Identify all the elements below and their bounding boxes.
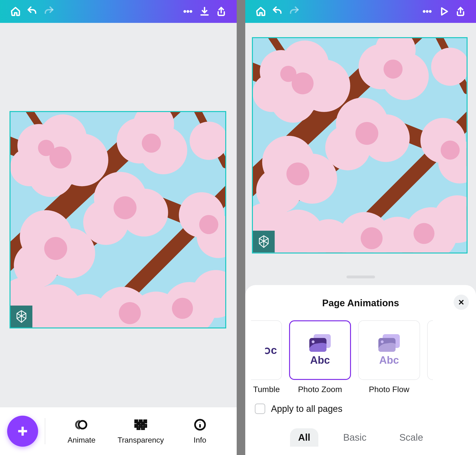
animations-sheet: Page Animations ɔc Tumble xyxy=(245,285,476,455)
svg-point-79 xyxy=(280,66,296,82)
svg-rect-46 xyxy=(142,427,144,429)
undo-button[interactable] xyxy=(24,3,40,20)
animation-tumble[interactable]: ɔc Tumble xyxy=(251,320,282,394)
svg-point-51 xyxy=(427,11,428,12)
animation-options[interactable]: ɔc Tumble Abc Photo Zoom xyxy=(245,314,476,394)
svg-point-32 xyxy=(44,237,67,260)
tab-basic[interactable]: Basic xyxy=(335,428,374,447)
info-tool[interactable]: Info xyxy=(170,418,230,445)
animation-label: Photo Flow xyxy=(369,385,409,394)
tab-scale[interactable]: Scale xyxy=(391,428,431,447)
bottom-toolbar: Animate Transparency Info xyxy=(0,407,237,455)
more-button[interactable] xyxy=(419,3,436,20)
animation-label: Tumble xyxy=(253,385,280,394)
photo-content xyxy=(10,112,225,327)
svg-point-83 xyxy=(361,228,383,249)
svg-point-29 xyxy=(38,140,54,156)
photo-source-badge[interactable] xyxy=(10,306,32,327)
selected-photo[interactable] xyxy=(9,111,226,328)
animate-label: Animate xyxy=(68,436,95,445)
svg-point-1 xyxy=(187,11,189,12)
animation-photo-flow[interactable]: Abc Photo Flow xyxy=(358,320,420,394)
svg-point-84 xyxy=(414,223,435,244)
photo-content xyxy=(253,38,467,252)
transparency-tool[interactable]: Transparency xyxy=(111,418,170,445)
svg-point-0 xyxy=(184,11,185,12)
sheet-title: Page Animations xyxy=(322,298,399,309)
download-button[interactable] xyxy=(196,3,213,20)
svg-point-82 xyxy=(286,162,309,186)
more-button[interactable] xyxy=(180,3,196,20)
close-button[interactable] xyxy=(454,295,469,310)
svg-point-52 xyxy=(429,11,431,12)
svg-point-35 xyxy=(199,215,218,234)
screen-editor: Animate Transparency Info xyxy=(0,0,237,455)
animation-next[interactable] xyxy=(427,320,433,394)
play-button[interactable] xyxy=(436,3,452,20)
topbar xyxy=(0,0,237,23)
canvas-area[interactable]: Page Animations ɔc Tumble xyxy=(245,23,476,455)
apply-all-checkbox[interactable] xyxy=(255,404,265,414)
transparency-label: Transparency xyxy=(118,436,164,445)
divider xyxy=(45,418,45,444)
redo-button[interactable] xyxy=(40,3,57,20)
home-button[interactable] xyxy=(252,3,269,20)
apply-all-row[interactable]: Apply to all pages xyxy=(245,394,476,414)
selected-photo[interactable] xyxy=(252,37,468,253)
home-button[interactable] xyxy=(7,3,24,20)
animation-photo-zoom[interactable]: Abc Photo Zoom xyxy=(289,320,351,394)
redo-button[interactable] xyxy=(286,3,302,20)
svg-point-81 xyxy=(356,122,378,145)
svg-point-36 xyxy=(79,421,87,429)
svg-point-80 xyxy=(384,60,403,79)
svg-point-2 xyxy=(190,11,192,12)
share-button[interactable] xyxy=(452,3,469,20)
photo-source-badge[interactable] xyxy=(253,231,275,253)
undo-button[interactable] xyxy=(269,3,286,20)
share-button[interactable] xyxy=(213,3,230,20)
animate-tool[interactable]: Animate xyxy=(52,418,111,445)
animation-label: Photo Zoom xyxy=(298,385,342,394)
abc-glyph: Abc xyxy=(379,354,399,366)
screen-animations: Page Animations ɔc Tumble xyxy=(245,0,476,455)
info-label: Info xyxy=(194,436,206,445)
sheet-drag-handle[interactable] xyxy=(347,276,375,278)
svg-point-31 xyxy=(114,196,136,219)
add-button[interactable] xyxy=(7,416,38,447)
animation-tabs: All Basic Scale xyxy=(245,414,476,447)
svg-point-49 xyxy=(199,422,200,422)
tumble-glyph: ɔc xyxy=(265,344,277,357)
canvas-area[interactable] xyxy=(0,23,237,407)
topbar xyxy=(245,0,476,23)
abc-glyph: Abc xyxy=(310,354,330,366)
svg-point-85 xyxy=(441,141,460,160)
svg-rect-45 xyxy=(137,427,140,429)
svg-point-33 xyxy=(119,302,141,324)
sheet-header: Page Animations xyxy=(245,292,476,314)
svg-point-30 xyxy=(142,133,161,153)
photo-icon xyxy=(378,334,400,352)
photo-icon xyxy=(309,334,331,352)
svg-point-50 xyxy=(423,11,425,12)
apply-all-label: Apply to all pages xyxy=(271,404,342,414)
svg-point-34 xyxy=(172,298,193,319)
tab-all[interactable]: All xyxy=(290,428,318,447)
